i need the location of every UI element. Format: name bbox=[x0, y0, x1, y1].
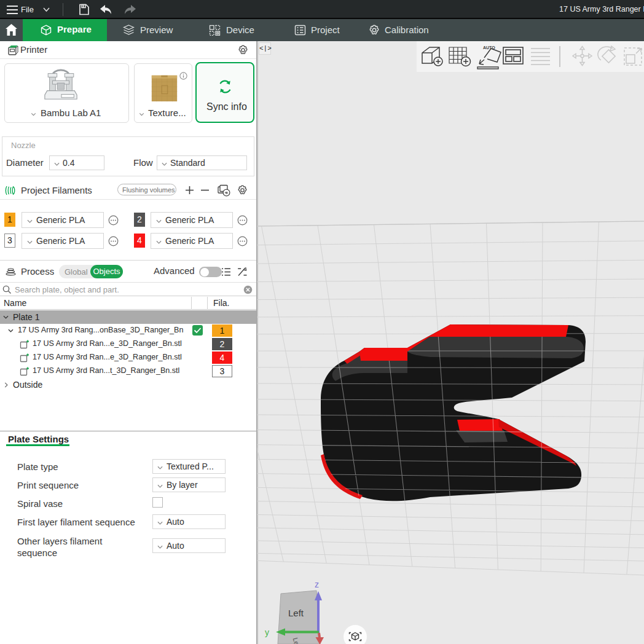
svg-text:Left: Left bbox=[288, 608, 304, 618]
svg-text:y: y bbox=[265, 627, 269, 637]
svg-text:z: z bbox=[315, 579, 319, 589]
